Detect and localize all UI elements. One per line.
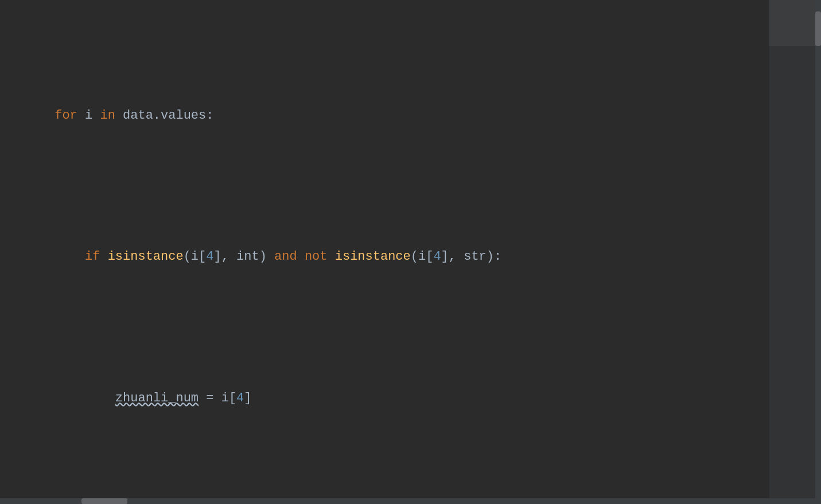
code-editor: for i in data.values: if isinstance(i[4]… [0,0,821,504]
builtin-isinstance2: isinstance [335,249,411,264]
code-text: ], [441,249,464,264]
code-text: data.values: [115,108,214,123]
keyword-not: not [305,249,328,264]
code-text [297,249,305,264]
minimap-viewport [769,0,815,46]
builtin-isinstance: isinstance [108,249,184,264]
vertical-scrollbar-thumb[interactable] [815,11,821,46]
code-line-2: if isinstance(i[4], int) and not isinsta… [0,226,821,287]
code-text [55,391,115,405]
keyword-for: for [55,108,77,123]
code-line-1: for i in data.values: [0,85,821,146]
code-content: for i in data.values: if isinstance(i[4]… [0,0,821,504]
number-4: 4 [206,249,213,264]
keyword-if: if [85,249,100,264]
code-line-3: zhuanli_num = i[4] [0,368,821,428]
code-text [328,249,335,264]
keyword-in: in [100,108,115,123]
code-text: ): [487,249,501,264]
vertical-scrollbar[interactable] [815,0,821,504]
code-text: i [77,108,100,123]
code-text: ] [244,391,251,405]
number-4c: 4 [236,391,244,405]
type-str: str [464,249,487,264]
horizontal-scrollbar-thumb[interactable] [81,498,127,504]
code-text [55,249,85,264]
code-text [100,249,107,264]
code-text: = i[ [199,391,236,405]
code-text: (i[ [184,249,207,264]
number-4b: 4 [433,249,441,264]
code-text: (i[ [411,249,434,264]
code-zhuanli-num: zhuanli_num [115,391,199,405]
horizontal-scrollbar[interactable] [0,498,815,504]
code-text: ], [213,249,236,264]
minimap[interactable] [769,0,815,504]
code-text: ) [259,249,274,264]
type-int: int [236,249,259,264]
keyword-and: and [274,249,297,264]
